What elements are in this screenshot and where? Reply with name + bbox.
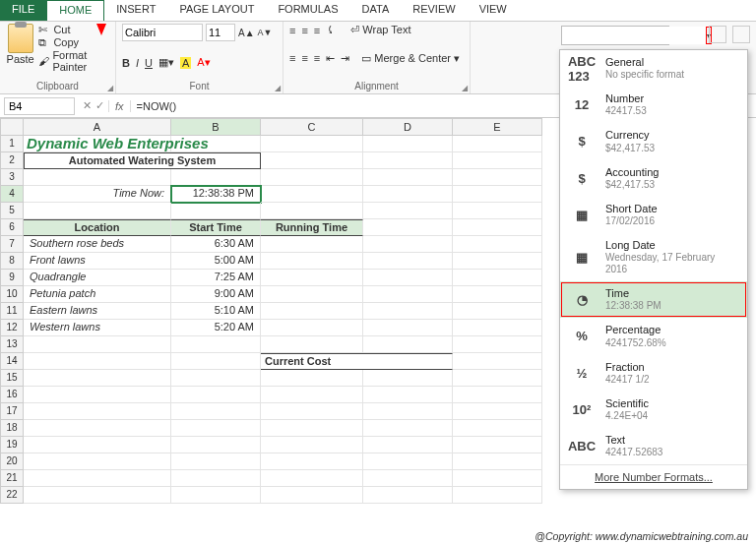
cell[interactable] <box>261 470 363 487</box>
cell[interactable] <box>453 336 542 353</box>
cell[interactable] <box>24 487 171 504</box>
cell[interactable] <box>24 370 171 387</box>
align-right-icon[interactable]: ≡ <box>314 52 320 64</box>
cell[interactable] <box>24 336 171 353</box>
cell[interactable] <box>363 320 453 336</box>
format-item-time[interactable]: ◔Time12:38:38 PM <box>560 281 747 318</box>
cell[interactable] <box>363 487 453 504</box>
cancel-formula-icon[interactable]: ✕ <box>83 99 92 112</box>
cell[interactable] <box>363 203 453 219</box>
cell[interactable]: 6:30 AM <box>171 236 261 253</box>
cell[interactable] <box>261 270 363 286</box>
cell[interactable] <box>171 403 261 420</box>
cell[interactable] <box>261 253 363 270</box>
row-header[interactable]: 22 <box>0 487 24 504</box>
cell[interactable] <box>363 236 453 253</box>
name-box[interactable] <box>4 97 75 115</box>
tab-page-layout[interactable]: PAGE LAYOUT <box>167 0 266 21</box>
cell[interactable]: Western lawns <box>24 320 171 336</box>
cell[interactable] <box>453 437 542 453</box>
cell[interactable]: Petunia patch <box>24 286 171 303</box>
cell[interactable] <box>453 203 542 219</box>
cell[interactable] <box>261 136 363 152</box>
align-left-icon[interactable]: ≡ <box>289 52 295 64</box>
row-header[interactable]: 12 <box>0 320 24 336</box>
tab-formulas[interactable]: FORMULAS <box>266 0 349 21</box>
dialog-launcher-icon[interactable]: ◢ <box>107 84 113 92</box>
cell[interactable] <box>453 303 542 320</box>
border-button[interactable]: ▦▾ <box>158 56 174 69</box>
align-bottom-icon[interactable]: ≡ <box>314 25 320 36</box>
cell[interactable] <box>261 236 363 253</box>
cell[interactable] <box>453 403 542 420</box>
cell[interactable] <box>453 286 542 303</box>
cell[interactable] <box>261 320 363 336</box>
cell[interactable]: Time Now: <box>24 186 171 203</box>
decrease-font-icon[interactable]: A▼ <box>258 28 273 37</box>
confirm-formula-icon[interactable]: ✓ <box>95 99 104 112</box>
cell[interactable]: Start Time <box>171 219 261 236</box>
cell[interactable] <box>24 387 171 403</box>
cell[interactable] <box>453 253 542 270</box>
font-color-button[interactable]: A▾ <box>197 56 210 69</box>
tab-review[interactable]: REVIEW <box>401 0 467 21</box>
fill-color-button[interactable]: A <box>180 57 191 69</box>
dialog-launcher-icon[interactable]: ◢ <box>462 84 468 92</box>
row-header[interactable]: 1 <box>0 136 24 152</box>
fx-icon[interactable]: fx <box>108 100 131 112</box>
italic-button[interactable]: I <box>136 57 139 69</box>
format-item-currency[interactable]: $Currency$42,417.53 <box>560 123 747 159</box>
cell[interactable] <box>453 186 542 203</box>
tab-insert[interactable]: INSERT <box>104 0 167 21</box>
dialog-launcher-icon[interactable]: ◢ <box>275 84 281 92</box>
select-all-corner[interactable] <box>0 118 24 136</box>
cell[interactable] <box>171 437 261 453</box>
font-name-select[interactable] <box>122 24 203 41</box>
cell[interactable] <box>363 470 453 487</box>
row-header[interactable]: 10 <box>0 286 24 303</box>
cell[interactable]: 5:10 AM <box>171 303 261 320</box>
cell[interactable] <box>261 169 363 186</box>
col-header-b[interactable]: B <box>171 118 261 136</box>
cell[interactable] <box>171 420 261 437</box>
styles-icon[interactable] <box>732 26 750 43</box>
cell[interactable] <box>261 152 363 169</box>
format-item-short-date[interactable]: ▦Short Date17/02/2016 <box>560 197 747 233</box>
row-header[interactable]: 7 <box>0 236 24 253</box>
col-header-a[interactable]: A <box>24 118 171 136</box>
row-header[interactable]: 3 <box>0 169 24 186</box>
cell[interactable] <box>453 152 542 169</box>
cell[interactable] <box>363 370 453 387</box>
cell[interactable] <box>363 303 453 320</box>
cell[interactable] <box>171 470 261 487</box>
format-item-general[interactable]: ABC 123GeneralNo specific format <box>560 50 747 87</box>
row-header[interactable]: 16 <box>0 387 24 403</box>
cell[interactable] <box>171 203 261 219</box>
tab-file[interactable]: FILE <box>0 0 46 21</box>
cell[interactable]: Quadrangle <box>24 270 171 286</box>
cell[interactable] <box>363 286 453 303</box>
cell[interactable]: Running Time <box>261 219 363 236</box>
row-header[interactable]: 8 <box>0 253 24 270</box>
cell[interactable] <box>24 420 171 437</box>
row-header[interactable]: 13 <box>0 336 24 353</box>
cell[interactable]: Dynamic Web Enterprises <box>24 136 171 152</box>
cell[interactable] <box>363 336 453 353</box>
cell[interactable] <box>261 370 363 387</box>
cell[interactable] <box>363 136 453 152</box>
font-size-select[interactable] <box>206 24 235 41</box>
col-header-c[interactable]: C <box>261 118 363 136</box>
tab-view[interactable]: VIEW <box>468 0 519 21</box>
cell[interactable] <box>363 152 453 169</box>
format-item-number[interactable]: 12Number42417.53 <box>560 87 747 123</box>
cell[interactable] <box>261 336 363 353</box>
cell[interactable] <box>24 437 171 453</box>
row-header[interactable]: 20 <box>0 453 24 470</box>
row-header[interactable]: 5 <box>0 203 24 219</box>
cell[interactable] <box>24 470 171 487</box>
cell[interactable] <box>24 453 171 470</box>
row-header[interactable]: 9 <box>0 270 24 286</box>
indent-inc-icon[interactable]: ⇥ <box>341 52 349 65</box>
increase-font-icon[interactable]: A▲ <box>238 28 255 38</box>
row-header[interactable]: 21 <box>0 470 24 487</box>
